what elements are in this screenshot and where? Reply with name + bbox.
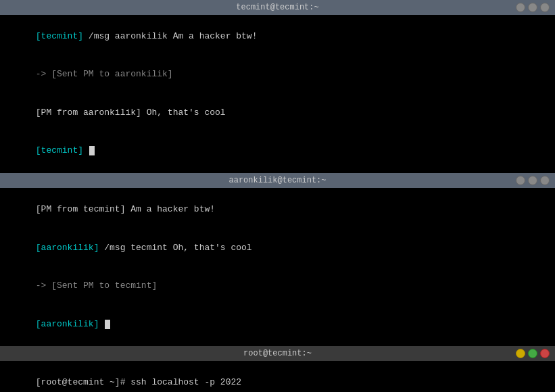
line-1-4: [tecmint] xyxy=(4,132,551,171)
prompt-aaronkilik-1: [aaronkilik] xyxy=(36,319,99,329)
cursor-2 xyxy=(105,320,110,329)
line-1-1: [tecmint] /msg aaronkilik Am a hacker bt… xyxy=(4,18,551,56)
terminal-body-2[interactable]: [PM from tecmint] Am a hacker btw! [aaro… xyxy=(0,188,555,346)
window-title-3: root@tecmint:~ xyxy=(243,349,312,358)
window-tecmint[interactable]: tecmint@tecmint:~ [tecmint] /msg aaronki… xyxy=(0,0,555,173)
cursor-1 xyxy=(89,146,95,155)
title-bar-2: aaronkilik@tecmint:~ xyxy=(0,173,555,188)
line-3-1: [root@tecmint ~]# ssh localhost -p 2022 xyxy=(4,364,551,392)
title-bar-3: root@tecmint:~ xyxy=(0,346,555,361)
line-2-1: [PM from tecmint] Am a hacker btw! xyxy=(4,191,551,229)
close-button-3[interactable] xyxy=(540,349,550,358)
window-controls-1 xyxy=(516,3,550,12)
prompt-tecmint-1: [tecmint] xyxy=(36,145,83,155)
window-root[interactable]: root@tecmint:~ [root@tecmint ~]# ssh loc… xyxy=(0,346,555,392)
username-tecmint-1: [tecmint] xyxy=(36,31,83,41)
minimize-button-1[interactable] xyxy=(516,3,525,12)
line-2-3: -> [Sent PM to tecmint] xyxy=(4,267,551,305)
minimize-button-2[interactable] xyxy=(516,176,525,185)
line-2-2: [aaronkilik] /msg tecmint Oh, that's coo… xyxy=(4,229,551,268)
maximize-button-3[interactable] xyxy=(528,349,537,358)
terminal-body-3[interactable]: [root@tecmint ~]# ssh localhost -p 2022 … xyxy=(0,361,555,392)
window-controls-2 xyxy=(516,176,550,185)
window-title-1: tecmint@tecmint:~ xyxy=(236,3,318,12)
window-title-2: aaronkilik@tecmint:~ xyxy=(228,176,326,185)
minimize-button-3[interactable] xyxy=(516,349,525,358)
line-1-3: [PM from aaronkilik] Oh, that's cool xyxy=(4,94,551,132)
close-button-2[interactable] xyxy=(540,176,550,185)
window-aaronkilik[interactable]: aaronkilik@tecmint:~ [PM from tecmint] A… xyxy=(0,173,555,346)
window-controls-3 xyxy=(516,349,550,358)
maximize-button-2[interactable] xyxy=(528,176,537,185)
username-aaronkilik-1: [aaronkilik] xyxy=(36,243,99,253)
line-2-4: [aaronkilik] xyxy=(4,305,551,344)
close-button-1[interactable] xyxy=(540,3,550,12)
line-1-2: -> [Sent PM to aaronkilik] xyxy=(4,56,551,95)
maximize-button-1[interactable] xyxy=(528,3,537,12)
title-bar-1: tecmint@tecmint:~ xyxy=(0,0,555,15)
terminal-body-1[interactable]: [tecmint] /msg aaronkilik Am a hacker bt… xyxy=(0,15,555,173)
